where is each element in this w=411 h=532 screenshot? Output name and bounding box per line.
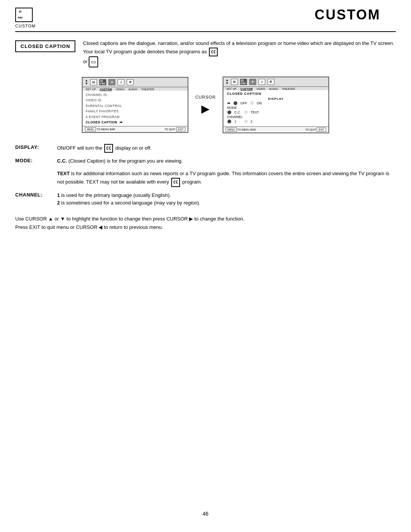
right-on-label: ON [257,101,262,105]
cc-section: CLOSED CAPTION Closed captions are the d… [15,40,396,67]
exit-btn-right: EXIT [317,128,326,132]
right-display-title: DISPLAY [227,97,325,101]
left-tab-video: VIDEO [114,88,126,91]
channel-text: 1 is used for the primary language (usua… [57,192,396,208]
cc-description: Closed captions are the dialogue, narrat… [83,40,396,67]
mode-label: MODE: [15,157,57,163]
channel-row: CHANNEL: 1 is used for the primary langu… [15,192,396,208]
left-menu-footer: MENU TO MENU BAR TO QUIT EXIT [83,126,188,132]
exit-btn-left: EXIT [176,127,185,131]
text-bold: TEXT [57,171,70,176]
right-tab-video: VIDEO [255,88,267,90]
right-arrow-bold: ➡ [227,101,230,105]
cc-desc-text: Closed captions are the dialogue, narrat… [83,40,394,54]
right-off-label: OFF [241,101,247,105]
left-item-video: VIDEO ID. [86,97,185,103]
mode-row: MODE: C.C. (Closed Caption) is for the p… [15,157,396,165]
right-text-circle: ⚪ [244,110,248,114]
logo-box: ID FAV [15,8,33,22]
footer-line2: Press EXIT to quit menu or CURSOR ◀ to r… [15,223,396,232]
left-footer-quit: TO QUIT EXIT [165,128,186,131]
right-tab-audio: AUDIO [268,88,280,90]
footer-line1: Use CURSOR ▲ or ▼ to highlight the funct… [15,215,396,223]
top-divider [15,31,396,32]
right-ch2-circle: ⚪ [244,120,248,123]
display-text1: ON/OFF will turn the [57,145,102,151]
text-content: is for additional information such as ne… [57,171,389,185]
right-menu-footer: MENU TO MENU BAR TO QUIT EXIT [223,126,328,133]
right-cc-title: CLOSED CAPTION [227,92,325,96]
page-title: CUSTOM [315,7,396,23]
right-custom-icon-active: IDFAV [240,79,247,85]
right-off-dot: ⚫ [233,101,237,105]
channel-line1: 1 is used for the primary language (usua… [57,192,396,200]
main-content: CLOSED CAPTION Closed captions are the d… [0,40,411,232]
right-ch1-dot: ⚫ [227,120,231,123]
logo-fav: FAV [17,15,24,21]
cursor-label: CURSOR [195,95,216,99]
channel-line2-text: is sometimes used for a second language … [61,200,201,206]
display-row: DISPLAY: ON/OFF will turn the CC display… [15,144,396,153]
left-footer-menu: MENU TO MENU BAR [85,128,115,131]
channel-line2: 2 is sometimes used for a second languag… [57,199,396,207]
diagrams-area: ▲▼ ▤ IDFAV ■ ♬ ✿ SET UP CUSTOM VIDEO AUD… [15,77,396,133]
right-menu-items: CLOSED CAPTION DISPLAY ➡ ⚫ OFF ⚪ ON MODE… [223,90,328,126]
left-menu-top: ▲▼ ▤ IDFAV ■ ♬ ✿ [83,78,188,87]
menu-btn-right: MENU [226,128,237,132]
logo-id: ID [17,9,24,15]
display-text2: display on or off. [115,145,151,151]
right-cc-label: C.C. [234,110,241,114]
menu-btn-left: MENU [85,127,96,131]
left-item-family: FAMILY FAVORITES [86,109,185,114]
tv-icon: ▤ [90,79,97,85]
mode-text: C.C. (Closed Caption) is for the program… [57,157,396,165]
left-tab-setup: SET UP [84,88,97,91]
top-area: ID FAV CUSTOM CUSTOM [0,0,411,28]
right-cc-dot: ⚫ [227,110,231,114]
right-display-row: ➡ ⚫ OFF ⚪ ON [227,101,325,105]
right-tv-icon: ▤ [231,79,238,85]
footer-note: Use CURSOR ▲ or ▼ to highlight the funct… [15,215,396,232]
right-footer-menu: MENU TO MENU BAR [226,128,256,131]
right-up-down-arrows: ▲▼ [226,79,229,85]
right-ch2-label: 2 [251,120,253,123]
cursor-arrow: ▶ [201,102,210,115]
right-text-label: TEXT [251,110,259,114]
right-channel-label: CHANNEL [227,115,325,119]
left-menu-items: CHANNEL ID. VIDEO ID. PARENTAL CONTROL F… [83,91,188,126]
text-content2: program. [182,179,202,185]
text-body: TEXT is for additional information such … [57,170,396,187]
right-footer-quit: TO QUIT EXIT [305,128,326,131]
right-menu-top: ▲▼ ▤ IDFAV ■ ♬ ✿ [223,77,328,87]
up-down-arrows: ▲▼ [85,79,88,85]
logo-label: CUSTOM [15,24,35,28]
left-menu-box: ▲▼ ▤ IDFAV ■ ♬ ✿ SET UP CUSTOM VIDEO AUD… [82,77,188,133]
right-mode-row: ⚫ C.C. ⚪ TEXT [227,110,325,114]
right-theater-icon: ✿ [268,79,274,85]
channel-line1-text: is used for the primary language (usuall… [61,192,171,198]
left-tab-audio: AUDIO [127,88,139,91]
right-channel-row: ⚫ 1 ⚪ 2 [227,120,325,123]
theater-icon: ✿ [127,79,134,85]
left-item-event: 4 EVENT PROGRAM [86,114,185,120]
color-icon: ■ [108,79,115,85]
speaker-icon: ♬ [118,79,124,85]
left-item-cc: CLOSED CAPTION ➡ [86,120,185,125]
left-tab-theater: THEATER [140,88,156,91]
mode-cc-bold: C.C. [57,158,67,164]
custom-icon-active: IDFAV [99,79,106,85]
cc-icon-inline: CC [209,48,218,57]
text-label-empty [15,170,57,170]
logo-empty2 [24,15,32,21]
right-tab-custom: CUSTOM [239,88,254,90]
right-tab-theater: THEATER [280,88,296,90]
right-speaker-icon: ♬ [258,79,265,85]
display-text: ON/OFF will turn the CC display on or of… [57,144,396,153]
mode-text-content: (Closed Caption) is for the program you … [68,158,183,164]
logo-empty1 [24,9,32,15]
left-item-parental: PARENTAL CONTROL [86,103,185,109]
cc-label-box: CLOSED CAPTION [15,40,75,52]
left-menu-tabs: SET UP CUSTOM VIDEO AUDIO THEATER [83,87,188,91]
display-label: DISPLAY: [15,144,57,150]
right-ch1-label: 1 [234,120,236,123]
